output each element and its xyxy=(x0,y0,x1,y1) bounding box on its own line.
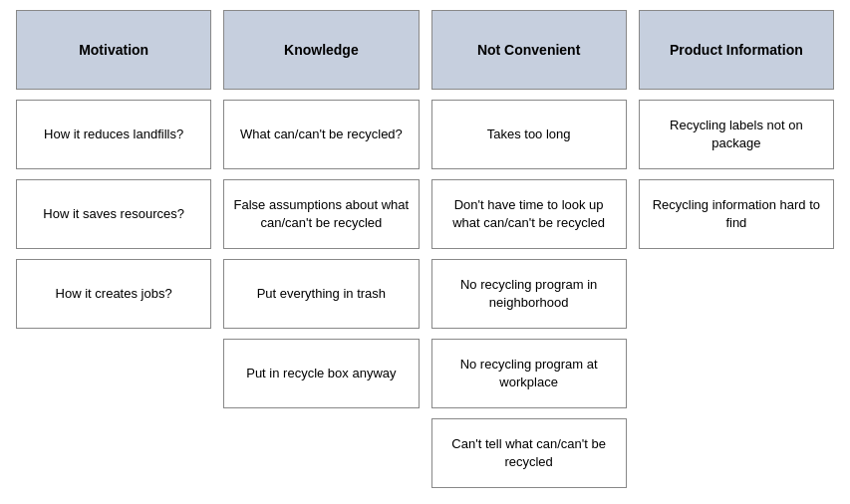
cell-knowledge-3: Put in recycle box anyway xyxy=(223,339,419,408)
column-product-information: Product InformationRecycling labels not … xyxy=(633,10,840,488)
cell-knowledge-2: Put everything in trash xyxy=(223,259,419,329)
cell-motivation-2: How it creates jobs? xyxy=(16,259,211,329)
cell-not-convenient-3: No recycling program at workplace xyxy=(431,339,627,408)
cell-product-information-0: Recycling labels not on package xyxy=(639,100,834,169)
column-not-convenient: Not ConvenientTakes too longDon't have t… xyxy=(425,10,633,488)
cell-not-convenient-2: No recycling program in neighborhood xyxy=(431,259,627,329)
header-not-convenient: Not Convenient xyxy=(431,10,627,90)
cell-knowledge-1: False assumptions about what can/can't b… xyxy=(223,179,419,249)
cell-not-convenient-1: Don't have time to look up what can/can'… xyxy=(431,179,627,249)
column-knowledge: KnowledgeWhat can/can't be recycled?Fals… xyxy=(217,10,425,488)
column-motivation: MotivationHow it reduces landfills?How i… xyxy=(10,10,217,488)
cell-product-information-1: Recycling information hard to find xyxy=(639,179,834,249)
main-grid: MotivationHow it reduces landfills?How i… xyxy=(10,10,840,488)
header-motivation: Motivation xyxy=(16,10,211,90)
cell-knowledge-0: What can/can't be recycled? xyxy=(223,100,419,169)
header-knowledge: Knowledge xyxy=(223,10,419,90)
cell-not-convenient-4: Can't tell what can/can't be recycled xyxy=(431,418,627,488)
cell-motivation-0: How it reduces landfills? xyxy=(16,100,211,169)
cell-motivation-1: How it saves resources? xyxy=(16,179,211,249)
header-product-information: Product Information xyxy=(639,10,834,90)
cell-not-convenient-0: Takes too long xyxy=(431,100,627,169)
